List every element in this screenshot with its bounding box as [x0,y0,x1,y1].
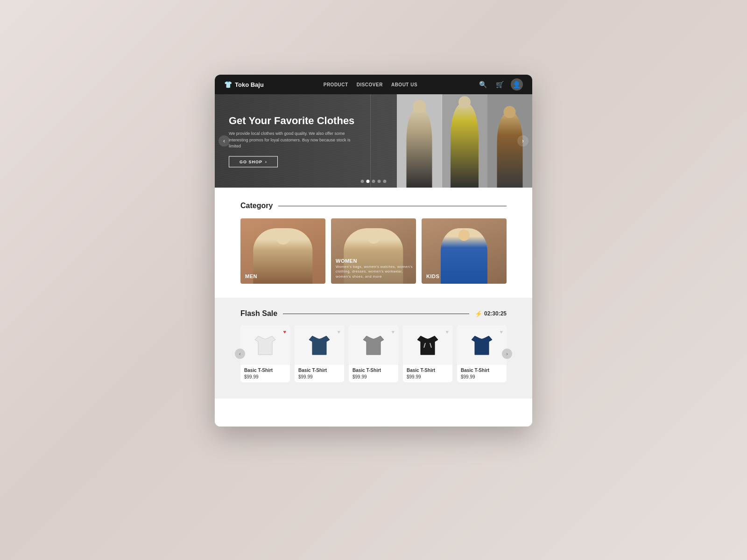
wishlist-btn-4[interactable]: ♥ [444,328,450,336]
cart-button[interactable]: 🛒 [494,78,506,91]
brand-name: Toko Baju [235,81,264,88]
scroll-prev-button[interactable]: ‹ [235,349,245,359]
category-name-women: WOMEN [336,258,416,264]
go-shop-arrow: › [265,159,267,164]
product-info-1: Basic T-Shirt $99.99 [240,365,290,382]
person-silhouette-2 [451,104,479,188]
hero-section: Get Your Favorite Clothes We provide loc… [215,94,532,188]
scroll-next-button[interactable]: › [502,349,512,359]
hero-dot-4[interactable] [378,180,381,183]
product-card-2[interactable]: ♥ Basic T-Shirt $99.99 [295,325,344,382]
go-shop-label: GO SHOP [240,159,262,164]
user-button[interactable]: 👤 [511,78,523,91]
product-price-4: $99.99 [407,374,449,379]
product-image-wrap-3: ♥ [349,325,398,365]
product-image-wrap-4: ♥ [403,325,452,365]
flash-sale-title: Flash Sale [240,309,277,318]
product-card-1[interactable]: ♥ Basic T-Shirt $99.99 [240,325,290,382]
product-card-3[interactable]: ♥ Basic T-Shirt $99.99 [349,325,398,382]
category-card-men[interactable]: MEN [240,218,325,284]
hero-dot-2[interactable] [366,180,370,183]
men-figure [253,228,312,284]
hero-dot-1[interactable] [361,180,364,183]
wishlist-btn-2[interactable]: ♥ [336,328,341,336]
product-info-3: Basic T-Shirt $99.99 [349,365,398,382]
product-name-2: Basic T-Shirt [298,368,340,373]
navbar: 👕 Toko Baju PRODUCT DISCOVER ABOUT US 🔍 … [215,75,532,94]
product-card-4[interactable]: ♥ Basic T-Shirt $99.99 [403,325,452,382]
category-header: Category [240,202,507,210]
category-label-women: WOMEN Women's bags, women's watches, wom… [336,258,416,280]
search-button[interactable]: 🔍 [477,78,489,91]
product-name-5: Basic T-Shirt [461,368,503,373]
flash-sale-section: Flash Sale ⚡ 02:30:25 ‹ ♥ [215,298,532,399]
hero-person-1 [397,94,442,188]
category-label-kids: KIDS [426,273,439,279]
hero-content: Get Your Favorite Clothes We provide loc… [229,115,359,168]
category-grid: MEN WOMEN Women's bags, women's watches,… [240,218,507,284]
bottom-section [215,399,532,427]
nav-link-about[interactable]: ABOUT US [391,82,417,87]
product-tshirt-svg-1 [251,331,279,359]
product-price-5: $99.99 [461,374,503,379]
hero-divider [370,94,371,188]
hero-subtitle: We provide local clothes with good quali… [229,131,359,150]
go-shop-button[interactable]: GO SHOP › [229,156,278,167]
product-image-wrap-1: ♥ [240,325,290,365]
hero-title: Get Your Favorite Clothes [229,115,359,127]
flash-icon: ⚡ [475,310,482,317]
category-title: Category [240,202,273,210]
wishlist-btn-5[interactable]: ♥ [499,328,504,336]
product-list: ♥ Basic T-Shirt $99.99 ♥ [240,325,507,382]
kids-figure [441,228,487,284]
user-icon: 👤 [513,81,521,88]
product-info-5: Basic T-Shirt $99.99 [457,365,507,382]
hero-dot-3[interactable] [372,180,375,183]
nav-link-product[interactable]: PRODUCT [324,82,348,87]
category-section: Category MEN WOMEN Women's bags, women's… [215,188,532,298]
product-price-1: $99.99 [244,374,286,379]
product-name-4: Basic T-Shirt [407,368,449,373]
person-silhouette-1 [407,108,432,188]
product-tshirt-svg-3 [359,331,388,359]
category-label-men: MEN [245,273,257,279]
category-line [278,206,507,206]
product-price-3: $99.99 [352,374,395,379]
hero-next-button[interactable]: › [517,135,529,147]
hero-person-2-wrapper [442,94,487,188]
product-tshirt-svg-5 [468,331,496,359]
flash-sale-line [283,314,469,314]
flash-sale-header: Flash Sale ⚡ 02:30:25 [240,309,507,318]
brand[interactable]: 👕 Toko Baju [224,81,264,88]
nav-icons: 🔍 🛒 👤 [477,78,523,91]
cart-icon: 🛒 [496,81,504,88]
flash-timer: ⚡ 02:30:25 [475,310,507,317]
nav-links: PRODUCT DISCOVER ABOUT US [324,82,417,87]
product-image-wrap-5: ♥ [457,325,507,365]
hero-prev-button[interactable]: ‹ [218,135,230,147]
product-info-2: Basic T-Shirt $99.99 [295,365,344,382]
hero-people [397,94,532,188]
shirt-icon: 👕 [224,81,232,88]
product-image-wrap-2: ♥ [295,325,344,365]
person-silhouette-3 [497,113,522,188]
browser-window: 👕 Toko Baju PRODUCT DISCOVER ABOUT US 🔍 … [215,75,532,427]
product-card-5[interactable]: ♥ Basic T-Shirt $99.99 [457,325,507,382]
timer-value: 02:30:25 [484,310,507,317]
product-info-4: Basic T-Shirt $99.99 [403,365,452,382]
category-card-kids[interactable]: KIDS [422,218,507,284]
hero-dots [361,180,387,183]
search-icon: 🔍 [479,81,487,88]
wishlist-btn-3[interactable]: ♥ [390,328,395,336]
nav-link-discover[interactable]: DISCOVER [357,82,383,87]
product-scroll: ‹ ♥ Basic T-Shirt $99.99 [240,325,507,382]
product-price-2: $99.99 [298,374,340,379]
hero-dot-5[interactable] [383,180,387,183]
product-name-3: Basic T-Shirt [352,368,395,373]
product-name-1: Basic T-Shirt [244,368,286,373]
wishlist-btn-1[interactable]: ♥ [282,328,287,336]
product-tshirt-svg-2 [305,331,333,359]
category-sublabel-women: Women's bags, women's watches, women's c… [336,265,416,280]
category-card-women[interactable]: WOMEN Women's bags, women's watches, wom… [331,218,416,284]
product-tshirt-svg-4 [414,331,442,359]
